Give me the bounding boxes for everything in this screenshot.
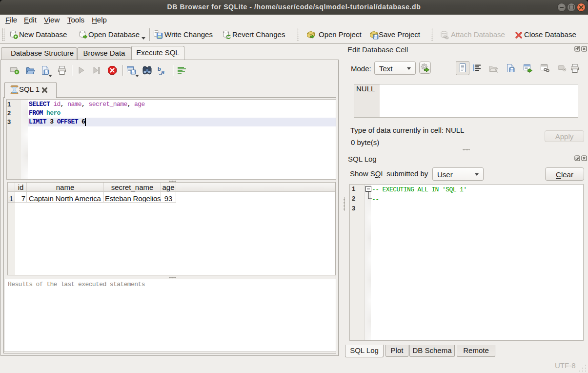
svg-text:b: b [158, 66, 161, 72]
